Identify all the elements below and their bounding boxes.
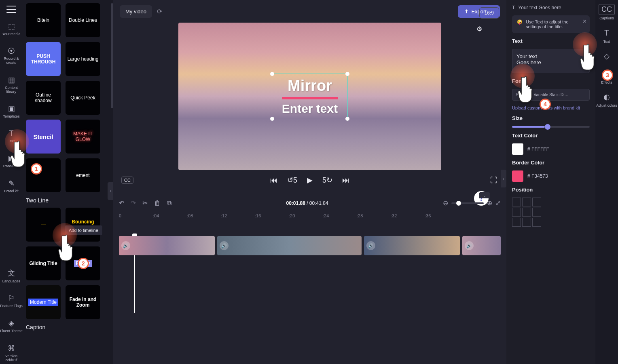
bordercolor-hex: # F34573 bbox=[527, 173, 548, 179]
template-tile[interactable]: Large heading bbox=[66, 42, 100, 76]
flags-icon: ⚐ bbox=[8, 294, 15, 303]
nav-text[interactable]: TText bbox=[0, 128, 23, 145]
skip-back-icon[interactable]: ⏮ bbox=[270, 176, 277, 185]
video-clip[interactable]: 🔊 bbox=[364, 236, 460, 255]
template-tile[interactable]: ement bbox=[66, 158, 100, 192]
library-icon: ▦ bbox=[8, 76, 15, 84]
video-preview[interactable]: Mirror Enter text bbox=[178, 23, 441, 170]
collapse-left-panel[interactable]: ‹ bbox=[108, 182, 113, 200]
size-slider[interactable] bbox=[512, 126, 590, 128]
bordercolor-swatch[interactable] bbox=[512, 170, 523, 182]
fullscreen-icon[interactable]: ⛶ bbox=[490, 176, 497, 185]
zoom-slider[interactable] bbox=[451, 202, 484, 204]
collapse-timeline[interactable]: ⌄ bbox=[479, 192, 490, 198]
position-cell[interactable] bbox=[512, 208, 521, 217]
close-tip-icon[interactable]: × bbox=[583, 18, 586, 25]
delete-icon[interactable]: 🗑 bbox=[154, 200, 161, 207]
resize-handle[interactable] bbox=[270, 72, 274, 76]
template-tile[interactable]: Modern Title bbox=[26, 285, 61, 319]
video-clip[interactable]: 🔊 bbox=[119, 236, 215, 255]
textcolor-hex: # FFFFFF bbox=[527, 146, 549, 152]
template-tile[interactable]: PUSH THROUGH bbox=[26, 42, 61, 76]
nav-content-library[interactable]: ▦Content library bbox=[0, 74, 23, 96]
nav-languages[interactable]: 文Languages bbox=[0, 267, 23, 285]
position-cell[interactable] bbox=[522, 198, 531, 206]
rail-filters[interactable]: ◇ bbox=[601, 51, 612, 61]
position-cell[interactable] bbox=[532, 218, 541, 227]
template-tile[interactable]: — bbox=[26, 208, 61, 242]
bordercolor-section-label: Border Color bbox=[512, 160, 590, 166]
rail-adjust-colors[interactable]: ◐Adjust colors bbox=[596, 92, 617, 107]
rewind-5-icon[interactable]: ↺5 bbox=[287, 176, 297, 185]
rail-text[interactable]: TText bbox=[602, 27, 612, 44]
sync-icon[interactable]: ⟳ bbox=[157, 8, 162, 15]
video-clip[interactable]: 🔊 bbox=[462, 236, 501, 255]
audio-icon[interactable]: 🔊 bbox=[366, 241, 375, 250]
preview-settings-icon[interactable]: ⚙ bbox=[476, 25, 482, 33]
duplicate-icon[interactable]: ⧉ bbox=[167, 200, 171, 207]
textcolor-swatch[interactable] bbox=[512, 143, 523, 155]
position-cell[interactable] bbox=[522, 208, 531, 217]
template-tile[interactable] bbox=[26, 158, 61, 192]
template-tile[interactable]: Bitein bbox=[26, 3, 61, 37]
template-tile[interactable]: Bouncing Title bbox=[66, 208, 100, 242]
text-input[interactable]: Your text Goes here bbox=[512, 49, 590, 73]
template-tile[interactable]: Fade in and Zoom bbox=[66, 285, 100, 319]
undo-icon[interactable]: ↶ bbox=[119, 199, 124, 207]
aspect-ratio-badge[interactable]: 16:9 bbox=[479, 7, 499, 19]
timeline-time: 00:01.88 / 00:41.84 bbox=[286, 200, 328, 206]
position-cell[interactable] bbox=[512, 218, 521, 227]
nav-brand-kit[interactable]: ✎Brand kit bbox=[0, 177, 23, 195]
resize-handle[interactable] bbox=[270, 117, 274, 121]
captions-toggle[interactable]: CC bbox=[121, 177, 133, 184]
annotation-badge-2: 2 bbox=[78, 258, 89, 269]
position-cell[interactable] bbox=[512, 198, 521, 206]
timeline-ruler[interactable]: 0 :04 :08 :12 :16 :20 :24 :28 :32 :36 bbox=[119, 211, 501, 221]
font-select[interactable]: Segoe UI Variable Static Di… bbox=[512, 89, 590, 101]
size-slider-thumb[interactable] bbox=[545, 124, 550, 130]
template-tile[interactable]: Gliding Title bbox=[26, 246, 61, 280]
video-clip[interactable]: 🔊 bbox=[217, 236, 361, 255]
audio-icon[interactable]: 🔊 bbox=[220, 241, 229, 250]
nav-version[interactable]: ⌘Version ccfd61f bbox=[0, 342, 23, 364]
nav-record-create[interactable]: ⦿Record & create bbox=[0, 45, 23, 67]
annotation-badge-1: 1 bbox=[31, 163, 42, 175]
position-cell[interactable] bbox=[532, 208, 541, 217]
upload-icon: ⬆ bbox=[464, 8, 469, 15]
template-tile[interactable]: Quick Peek bbox=[66, 81, 100, 115]
position-cell[interactable] bbox=[522, 218, 531, 227]
redo-icon[interactable]: ↷ bbox=[131, 199, 136, 207]
nav-feature-flags[interactable]: ⚐Feature Flags bbox=[0, 292, 23, 310]
timeline-tracks[interactable]: ‖Mirror Ent…‖ 🔊 🔊 🔊 🔊 bbox=[119, 236, 501, 276]
record-icon: ⦿ bbox=[8, 47, 15, 55]
template-tile[interactable]: Outline shadow bbox=[26, 81, 61, 115]
audio-icon[interactable]: 🔊 bbox=[121, 241, 130, 250]
fit-timeline-icon[interactable]: ⤢ bbox=[495, 199, 501, 207]
nav-your-media[interactable]: ⬚Your media bbox=[0, 20, 23, 38]
hamburger-icon[interactable] bbox=[6, 6, 16, 13]
right-rail: CCCaptions TText ◇ ✨Effects ◐Adjust colo… bbox=[595, 0, 618, 364]
video-title-input[interactable]: My video bbox=[120, 5, 152, 18]
template-tile[interactable]: Double Lines bbox=[66, 3, 100, 37]
play-icon[interactable]: ▶ bbox=[307, 176, 313, 185]
rail-captions[interactable]: CCCaptions bbox=[599, 4, 615, 20]
position-cell[interactable] bbox=[532, 198, 541, 206]
zoom-out-icon[interactable]: ⊖ bbox=[443, 199, 448, 207]
nav-fluent-theme[interactable]: ◈Fluent Theme bbox=[0, 317, 23, 335]
properties-panel: T Your text Goes here 🤪 Use Text to adju… bbox=[506, 0, 595, 364]
template-tile[interactable]: MAKE IT GLOW bbox=[66, 120, 100, 154]
text-icon: T bbox=[9, 129, 14, 138]
nav-transitions[interactable]: ▶Transitions bbox=[0, 152, 23, 170]
resize-handle[interactable] bbox=[345, 117, 349, 121]
template-tile[interactable]: Stencil bbox=[26, 120, 61, 154]
nav-templates[interactable]: ▣Templates bbox=[0, 103, 23, 120]
resize-handle[interactable] bbox=[345, 72, 349, 76]
forward-5-icon[interactable]: 5↻ bbox=[322, 176, 332, 185]
zoom-thumb[interactable] bbox=[456, 201, 461, 206]
split-icon[interactable]: ✂ bbox=[142, 199, 148, 207]
skip-forward-icon[interactable]: ⏭ bbox=[342, 176, 349, 185]
left-sidebar: ⬚Your media ⦿Record & create ▦Content li… bbox=[0, 0, 23, 364]
collapse-right-panel[interactable]: › bbox=[501, 170, 506, 187]
text-overlay-selection[interactable]: Mirror Enter text bbox=[272, 74, 348, 119]
audio-icon[interactable]: 🔊 bbox=[465, 241, 474, 250]
